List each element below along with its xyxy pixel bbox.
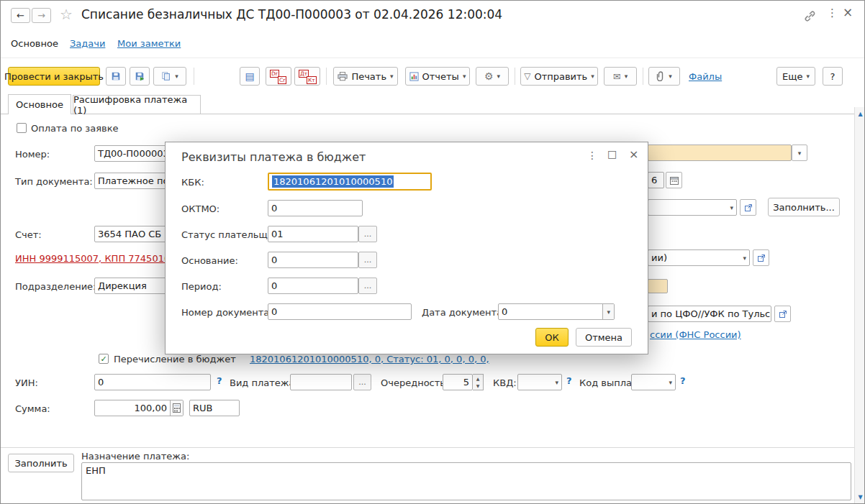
dialog-title: Реквизиты платежа в бюджет [181, 150, 366, 164]
counterparty-dropdown-button[interactable]: ▾ [792, 145, 807, 161]
doc-date-dropdown-button[interactable]: ▾ [602, 304, 614, 319]
chevron-down-icon: ▾ [607, 308, 610, 316]
post-and-close-button[interactable]: Провести и закрыть [8, 67, 100, 86]
recipient-open-button[interactable] [774, 306, 791, 322]
attachments-button[interactable]: ▾ [648, 67, 680, 86]
favorite-star-icon[interactable]: ☆ [60, 6, 73, 23]
fns-link-fragment[interactable]: ссии (ФНС России) [650, 329, 741, 340]
dialog-close-icon[interactable]: × [629, 147, 638, 161]
dialog-menu-icon[interactable]: ⋮ [587, 150, 597, 161]
registers-button[interactable]: ▤ [240, 67, 260, 86]
print-button[interactable]: Печать ▾ [333, 67, 398, 86]
purpose-textarea[interactable]: ЕНП [81, 462, 851, 500]
scroll-down-icon[interactable]: ▼ [855, 492, 865, 502]
budget-requisites-link[interactable]: 18201061201010000510, 0, Статус: 01, 0, … [250, 354, 489, 365]
kebab-glyph: ⋮ [827, 6, 838, 19]
required-field-fragment[interactable] [648, 279, 668, 293]
toolbar-divider [515, 68, 515, 85]
number-value: ТД00-П000003 [98, 148, 166, 159]
dialog-cancel-button[interactable]: Отмена [576, 328, 632, 347]
calculator-icon[interactable] [170, 400, 183, 416]
period-input[interactable]: 0 [268, 278, 358, 294]
vertical-scrollbar[interactable]: ▲ ▼ [854, 107, 865, 504]
printer-icon [338, 72, 348, 81]
department-input[interactable]: Дирекция [94, 278, 166, 294]
scroll-up-icon[interactable]: ▲ [855, 109, 865, 119]
uin-help-icon[interactable]: ? [217, 375, 222, 386]
inn-kpp-link[interactable]: ИНН 9999115007, КПП 7745010 [15, 253, 170, 264]
back-button[interactable]: ← [11, 8, 30, 23]
files-link[interactable]: Файлы [689, 71, 722, 82]
counterparty-combo-fragment[interactable] [648, 145, 792, 161]
create-based-on-button[interactable]: ▾ [153, 67, 186, 86]
paperclip-icon [656, 71, 665, 81]
budget-transfer-checkbox[interactable]: ✓ [99, 354, 109, 364]
kvd-help-icon[interactable]: ? [566, 375, 572, 386]
payment-kind-select-button[interactable]: ... [353, 374, 371, 390]
fill-requisites-button[interactable]: Заполнить... [768, 198, 840, 216]
drcr-button[interactable]: Dr Cr [266, 67, 291, 86]
doc-date-input[interactable]: 0 ▾ [498, 303, 615, 320]
tab-payment-decoding[interactable]: Расшифровка платежа (1) [73, 95, 201, 114]
payout-code-help-icon[interactable]: ? [680, 375, 686, 386]
fill-purpose-button[interactable]: Заполнить [8, 454, 74, 472]
kbk-input[interactable]: 18201061201010000510 [268, 173, 432, 191]
settings-button[interactable]: ⚙ ▾ [476, 67, 509, 86]
send-button[interactable]: ▽ Отправить ▾ [520, 67, 598, 86]
contract-combo-fragment[interactable]: ▾ [648, 199, 737, 216]
send-document-button[interactable]: ✉ ▾ [604, 67, 637, 86]
doc-type-input[interactable]: Платежное по [94, 173, 166, 189]
sum-input[interactable]: 100,00 [94, 400, 184, 416]
period-value: 0 [271, 280, 277, 291]
dialog-ok-button[interactable]: ОК [535, 328, 569, 347]
uin-input[interactable]: 0 [94, 374, 211, 390]
dtkt-button[interactable]: Дт Кт [294, 67, 320, 86]
footer-divider [1, 447, 854, 448]
payout-code-combo[interactable]: ▾ [631, 374, 676, 390]
chevron-down-icon: ▾ [175, 73, 178, 80]
oktmo-input[interactable]: 0 [268, 200, 363, 216]
calendar-button[interactable] [666, 172, 682, 188]
budget-requisites-dialog: Реквизиты платежа в бюджет ⋮ □ × КБК: 18… [165, 142, 648, 354]
pay-by-request-checkbox[interactable] [17, 123, 27, 133]
nav-item-notes[interactable]: Мои заметки [117, 38, 181, 49]
dialog-maximize-icon[interactable]: □ [607, 148, 617, 160]
organization-open-button[interactable] [753, 249, 769, 266]
register-icon: ▤ [245, 70, 254, 82]
payment-kind-input[interactable] [290, 374, 352, 390]
recipient-combo-fragment[interactable]: и по ЦФО//УФК по Тульско ▾ [648, 306, 771, 322]
basis-select-button[interactable]: ... [358, 252, 377, 268]
copy-link-icon[interactable] [804, 10, 816, 22]
date-input-fragment[interactable]: 6 [648, 172, 664, 188]
post-button[interactable] [130, 67, 150, 86]
chevron-down-icon: ▾ [798, 150, 802, 157]
priority-input[interactable]: 5 [443, 374, 473, 390]
priority-spinner[interactable]: ▲ ▼ [473, 374, 484, 390]
budget-transfer-label: Перечисление в бюджет [114, 354, 236, 365]
department-value: Дирекция [98, 280, 147, 291]
basis-input[interactable]: 0 [268, 252, 358, 268]
print-label: Печать [351, 71, 386, 82]
doc-number-input[interactable]: 0 [268, 303, 412, 320]
purpose-value: ЕНП [86, 465, 106, 476]
tab-main[interactable]: Основное [8, 94, 71, 114]
period-select-button[interactable]: ... [358, 278, 377, 294]
nav-item-tasks[interactable]: Задачи [70, 38, 105, 49]
account-input[interactable]: 3654 ПАО СБ [94, 226, 166, 242]
currency-input[interactable]: RUB [189, 400, 240, 416]
number-input[interactable]: ТД00-П000003 [94, 145, 166, 162]
organization-combo-fragment[interactable]: ии) ▾ [648, 249, 750, 266]
window-close-icon[interactable]: × [843, 5, 853, 19]
forward-button[interactable]: → [32, 8, 51, 23]
more-button[interactable]: Еще ▾ [776, 67, 815, 86]
reports-button[interactable]: Отчеты ▾ [405, 67, 470, 86]
nav-item-main[interactable]: Основное [11, 38, 58, 49]
save-button[interactable] [106, 67, 126, 86]
help-button[interactable]: ? [823, 67, 843, 86]
payer-status-select-button[interactable]: ... [358, 226, 377, 242]
window-menu-icon[interactable]: ⋮ [827, 6, 838, 19]
contract-open-button[interactable] [740, 199, 756, 216]
payer-status-input[interactable]: 01 [268, 226, 358, 242]
kvd-combo[interactable]: ▾ [517, 374, 562, 390]
save-icon [111, 71, 121, 81]
